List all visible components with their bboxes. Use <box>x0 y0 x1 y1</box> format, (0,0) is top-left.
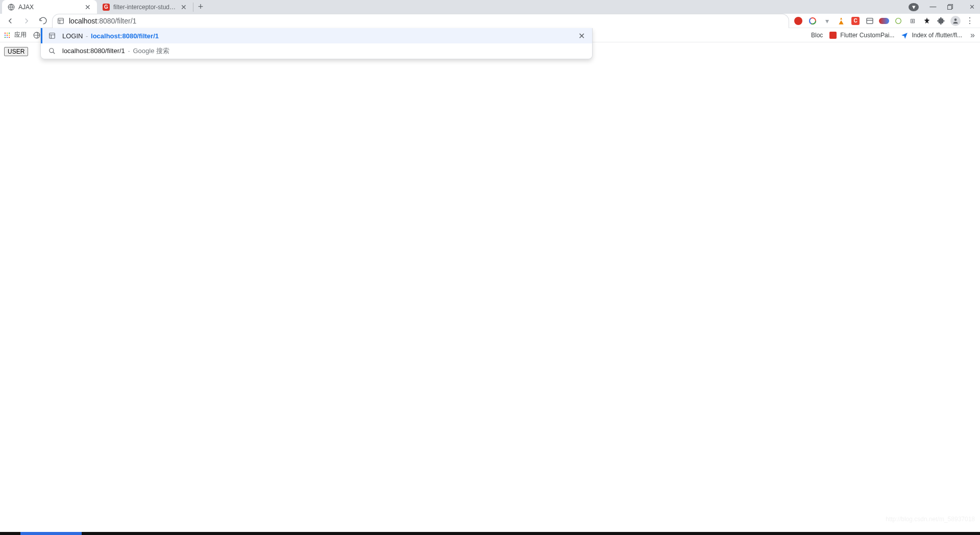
ext-icon-2[interactable] <box>807 16 818 26</box>
forward-button[interactable] <box>19 14 34 28</box>
site-info-icon[interactable] <box>57 17 65 25</box>
svg-point-21 <box>50 48 54 53</box>
arrow-icon <box>900 31 909 39</box>
svg-rect-3 <box>58 18 64 24</box>
tab-ajax[interactable]: AJAX ✕ <box>2 0 97 14</box>
suggestion-query: localhost:8080/filter/1 <box>62 47 125 55</box>
svg-point-12 <box>9 32 10 33</box>
ext-icon-7[interactable] <box>879 16 889 26</box>
svg-point-8 <box>896 18 901 23</box>
new-tab-button[interactable]: + <box>193 0 208 14</box>
remove-suggestion-icon[interactable]: ✕ <box>578 31 585 41</box>
search-icon <box>48 47 56 55</box>
apps-icon <box>3 31 11 39</box>
svg-point-9 <box>954 18 957 21</box>
close-window-button[interactable]: ✕ <box>967 3 977 11</box>
bookmark-index-flutter[interactable]: Index of /flutter/fl... <box>900 31 962 39</box>
bookmark-label: Bloc <box>811 32 823 39</box>
address-bar[interactable]: localhost:8080/filter/1 <box>52 14 789 28</box>
globe-icon <box>33 31 41 39</box>
ext-icon-8[interactable] <box>893 16 903 26</box>
apps-button[interactable]: 应用 <box>3 31 27 39</box>
window-controls: ▾ ─ ✕ <box>909 0 977 14</box>
menu-icon[interactable]: ⋮ <box>965 16 975 26</box>
ext-icon-1[interactable] <box>793 16 803 26</box>
close-icon[interactable]: ✕ <box>84 3 92 11</box>
bookmark-icon <box>829 31 837 39</box>
bookmark-flutter-custompaint[interactable]: Flutter CustomPai... <box>829 31 894 39</box>
red-g-icon: G <box>102 3 110 11</box>
svg-point-15 <box>9 34 10 35</box>
svg-point-18 <box>9 36 10 37</box>
svg-point-10 <box>5 32 6 33</box>
back-button[interactable] <box>3 14 17 28</box>
globe-icon <box>7 3 15 11</box>
svg-rect-7 <box>867 18 873 23</box>
account-icon[interactable]: ▾ <box>909 3 919 11</box>
reload-button[interactable] <box>36 14 50 28</box>
apps-label: 应用 <box>14 31 27 39</box>
close-icon[interactable]: ✕ <box>180 3 188 11</box>
ext-icon-3[interactable]: ▾ <box>822 16 832 26</box>
ext-icon-4[interactable] <box>836 16 846 26</box>
svg-point-17 <box>7 36 8 37</box>
tab-filter-interceptor[interactable]: G filter-interceptor-study: filter-i ✕ <box>97 0 193 14</box>
svg-point-16 <box>5 36 6 37</box>
ext-icon-10[interactable] <box>922 16 932 26</box>
ext-icon-9[interactable]: ⊞ <box>908 16 918 26</box>
maximize-button[interactable] <box>947 4 958 10</box>
suggestion-search[interactable]: localhost:8080/filter/1 - Google 搜索 <box>41 43 592 59</box>
bookmark-globe[interactable] <box>33 31 41 39</box>
svg-point-11 <box>7 32 8 33</box>
bookmark-label: Index of /flutter/fl... <box>912 32 962 39</box>
profile-icon[interactable] <box>950 16 961 26</box>
tab-strip: AJAX ✕ G filter-interceptor-study: filte… <box>0 0 980 14</box>
svg-point-14 <box>7 34 8 35</box>
ext-icon-5[interactable]: C <box>850 16 861 26</box>
svg-rect-20 <box>50 33 55 39</box>
ext-icon-6[interactable] <box>865 16 875 26</box>
suggestion-url: localhost:8080/filter/1 <box>91 32 159 40</box>
user-button[interactable]: USER <box>4 47 28 56</box>
address-text[interactable]: localhost:8080/filter/1 <box>69 17 785 25</box>
svg-rect-2 <box>948 6 952 10</box>
suggestion-engine: Google 搜索 <box>133 47 169 55</box>
minimize-button[interactable]: ─ <box>928 2 938 12</box>
omnibox-dropdown: LOGIN - localhost:8080/filter/1 ✕ localh… <box>40 28 593 59</box>
bookmark-label: Flutter CustomPai... <box>840 32 894 39</box>
extension-icons: ▾ C ⊞ ⋮ <box>791 16 977 26</box>
suggestion-history[interactable]: LOGIN - localhost:8080/filter/1 ✕ <box>41 28 592 43</box>
extensions-icon[interactable] <box>936 16 946 26</box>
suggestion-title: LOGIN <box>62 32 83 40</box>
watermark: http://blog.csdn.net/m_58937018 <box>886 516 975 523</box>
taskbar <box>0 532 980 535</box>
tab-title: AJAX <box>18 4 81 11</box>
bookmarks-overflow[interactable]: » <box>968 31 977 40</box>
toolbar: localhost:8080/filter/1 ▾ C ⊞ ⋮ <box>0 14 980 28</box>
tab-title: filter-interceptor-study: filter-i <box>113 4 177 11</box>
page-icon <box>48 32 56 40</box>
bookmark-bloc[interactable]: Bloc <box>811 32 823 39</box>
svg-point-13 <box>5 34 6 35</box>
